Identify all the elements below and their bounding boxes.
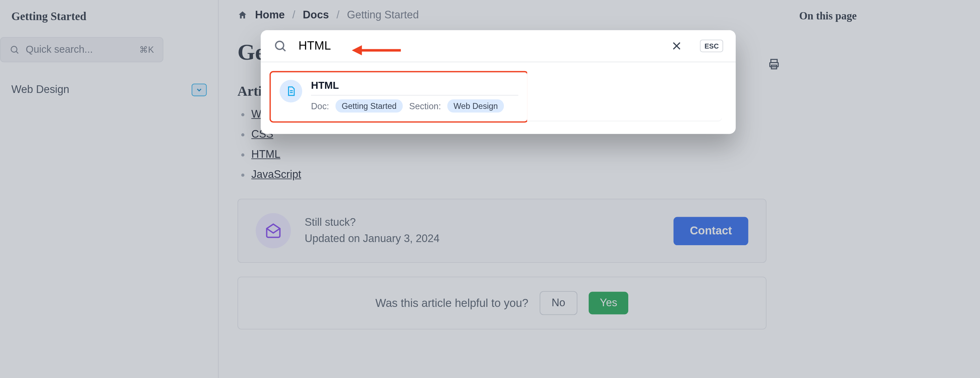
svg-point-5 [275,41,283,49]
search-icon [274,39,287,53]
result-section-label: Section: [409,101,441,111]
result-section-chip: Web Design [447,99,504,112]
search-modal-header: ESC [261,30,736,62]
svg-marker-12 [352,45,362,56]
result-doc-chip: Getting Started [336,99,403,112]
result-doc-label: Doc: [311,101,329,111]
search-result[interactable]: HTML Doc: Getting Started Section: Web D… [270,71,528,123]
annotation-arrow [352,43,402,58]
close-icon[interactable] [671,40,682,52]
result-title: HTML [311,80,518,96]
document-icon [280,80,302,102]
esc-key[interactable]: ESC [700,40,723,52]
svg-line-6 [283,49,285,51]
search-modal: ESC HTML Doc: Getting Started Section: W… [261,30,736,134]
